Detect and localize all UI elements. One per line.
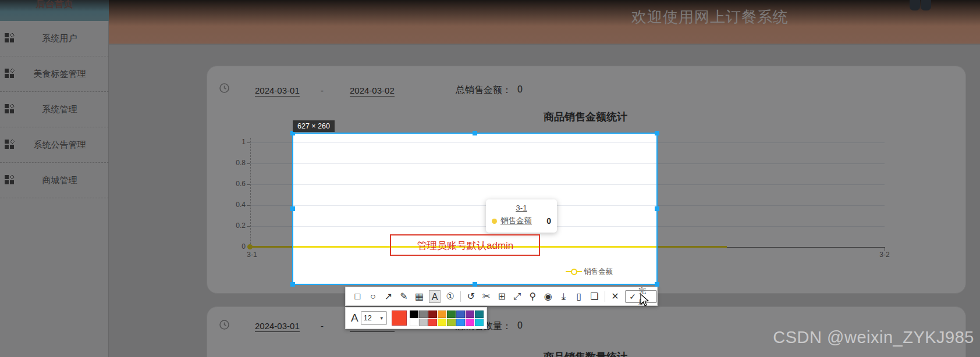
- sidebar-item-label: 系统用户: [15, 33, 104, 44]
- start-date-input[interactable]: 2024-03-01: [255, 321, 300, 332]
- undo-icon[interactable]: ↺: [465, 290, 477, 303]
- font-icon: A: [351, 312, 358, 324]
- header-divider: [109, 44, 980, 45]
- rectangle-tool-icon[interactable]: □: [351, 290, 364, 303]
- app-header: 欢迎使用网上订餐系统: [109, 0, 980, 44]
- y-tick: 0.4: [219, 201, 246, 209]
- text-tool-icon[interactable]: A: [429, 290, 441, 303]
- total-count-value: 0: [517, 320, 523, 331]
- sidebar-item-announcements[interactable]: 系统公告管理: [0, 127, 109, 163]
- chart-title: 商品销售金额统计: [498, 110, 673, 124]
- y-axis: [250, 138, 251, 247]
- grid-icon: [5, 175, 15, 185]
- date-separator: -: [321, 85, 324, 95]
- snip-toolbar: □ ○ ↗ ✎ ▦ A ① ↺ ✂ ⊞ ⤢ ⚲ ◉ ⤓ ▯ ❏ ✕ ✓ 完成: [345, 287, 658, 306]
- total-amount-label: 总销售金额：: [456, 84, 512, 97]
- palette-color[interactable]: [438, 310, 446, 318]
- resize-handle-e[interactable]: [655, 206, 659, 211]
- to-device-icon[interactable]: ▯: [573, 290, 585, 303]
- color-palette: [410, 310, 484, 326]
- page-title: 欢迎使用网上订餐系统: [631, 7, 806, 27]
- mouse-cursor: [640, 294, 649, 307]
- grid-icon: [5, 140, 15, 150]
- close-icon[interactable]: ✕: [609, 290, 622, 303]
- arrow-tool-icon[interactable]: ↗: [382, 290, 395, 303]
- clock-icon: [219, 83, 229, 93]
- sidebar-item-system-mgmt[interactable]: 系统管理: [0, 92, 109, 127]
- snip-selection[interactable]: [292, 133, 658, 285]
- y-tick: 1: [219, 138, 246, 146]
- palette-color[interactable]: [410, 310, 418, 318]
- series-data-point: [247, 244, 253, 249]
- sidebar-item-label: 美食标签管理: [15, 69, 104, 80]
- y-tick: 0.6: [219, 180, 246, 188]
- sidebar-item-food-tags[interactable]: 美食标签管理: [0, 56, 109, 92]
- palette-color[interactable]: [419, 319, 428, 326]
- chevron-down-icon: ▼: [379, 316, 384, 321]
- palette-color[interactable]: [428, 310, 437, 318]
- translate-icon[interactable]: ⊞: [496, 290, 508, 303]
- sidebar-item-label: 系统管理: [15, 104, 104, 115]
- check-icon: ✓: [629, 292, 636, 301]
- palette-color[interactable]: [475, 319, 484, 326]
- bookmark-icon[interactable]: ❏: [588, 290, 601, 303]
- avatar[interactable]: [910, 0, 932, 10]
- palette-color[interactable]: [428, 319, 437, 326]
- palette-color[interactable]: [475, 310, 484, 318]
- grid-icon: [5, 104, 15, 115]
- pin-icon[interactable]: ⚲: [527, 290, 539, 303]
- toolbar-separator: [605, 291, 605, 302]
- record-icon[interactable]: ◉: [542, 290, 555, 303]
- palette-color[interactable]: [419, 310, 428, 318]
- y-tick: 0: [219, 242, 246, 251]
- grid-icon: [5, 69, 15, 79]
- selection-size-label: 627 × 260: [293, 120, 335, 132]
- date-separator: -: [321, 321, 324, 331]
- download-icon[interactable]: ⤓: [558, 290, 570, 303]
- x-tick: 3-1: [239, 251, 265, 259]
- resize-handle-sw[interactable]: [290, 282, 295, 287]
- step-number-tool-icon[interactable]: ①: [444, 290, 456, 303]
- resize-handle-w[interactable]: [290, 206, 295, 211]
- palette-color[interactable]: [466, 319, 474, 326]
- end-date-input[interactable]: 2024-03-02: [350, 85, 395, 97]
- palette-color[interactable]: [456, 310, 465, 318]
- pen-tool-icon[interactable]: ✎: [398, 290, 410, 303]
- start-date-input[interactable]: 2024-03-01: [255, 85, 300, 97]
- sidebar-home-label: 后台首页: [0, 0, 109, 10]
- y-tick: 0.8: [219, 159, 246, 167]
- x-tick: 3-2: [871, 251, 898, 259]
- total-amount-value: 0: [517, 84, 523, 95]
- ellipse-tool-icon[interactable]: ○: [367, 290, 379, 303]
- resize-handle-n[interactable]: [473, 131, 477, 135]
- font-size-dropdown[interactable]: 12 ▼: [361, 311, 387, 325]
- sidebar-item-system-users[interactable]: 系统用户: [0, 21, 109, 56]
- resize-handle-ne[interactable]: [655, 131, 659, 135]
- mosaic-tool-icon[interactable]: ▦: [413, 290, 425, 303]
- clock-icon: [219, 320, 229, 330]
- current-color-swatch: [392, 310, 407, 326]
- y-tick: 0.2: [219, 222, 246, 230]
- palette-color[interactable]: [466, 310, 474, 318]
- screen: 欢迎使用网上订餐系统 后台首页 系统用户 美食标签管理 系统管理 系统公告管理 …: [0, 0, 980, 357]
- chart-title: 商品销售数量统计: [498, 350, 673, 357]
- palette-color[interactable]: [447, 319, 456, 326]
- fullscreen-icon[interactable]: ⤢: [511, 290, 523, 303]
- palette-color[interactable]: [410, 319, 418, 326]
- resize-handle-s[interactable]: [473, 282, 477, 287]
- sidebar-item-home[interactable]: 后台首页: [0, 0, 109, 21]
- sidebar-item-label: 商城管理: [15, 175, 104, 186]
- watermark: CSDN @weixin_ZYKJ985: [773, 328, 974, 347]
- cut-icon[interactable]: ✂: [480, 290, 492, 303]
- toolbar-separator: [460, 291, 461, 302]
- palette-color[interactable]: [456, 319, 465, 326]
- sidebar: 后台首页 系统用户 美食标签管理 系统管理 系统公告管理 商城管理: [0, 0, 109, 357]
- text-style-panel: A 12 ▼: [345, 307, 487, 329]
- sidebar-item-label: 系统公告管理: [15, 140, 104, 151]
- resize-handle-se[interactable]: [655, 282, 659, 287]
- font-size-value: 12: [364, 314, 372, 322]
- palette-color[interactable]: [447, 310, 456, 318]
- sidebar-item-mall-mgmt[interactable]: 商城管理: [0, 163, 109, 198]
- palette-color[interactable]: [438, 319, 446, 326]
- grid-icon: [5, 33, 15, 44]
